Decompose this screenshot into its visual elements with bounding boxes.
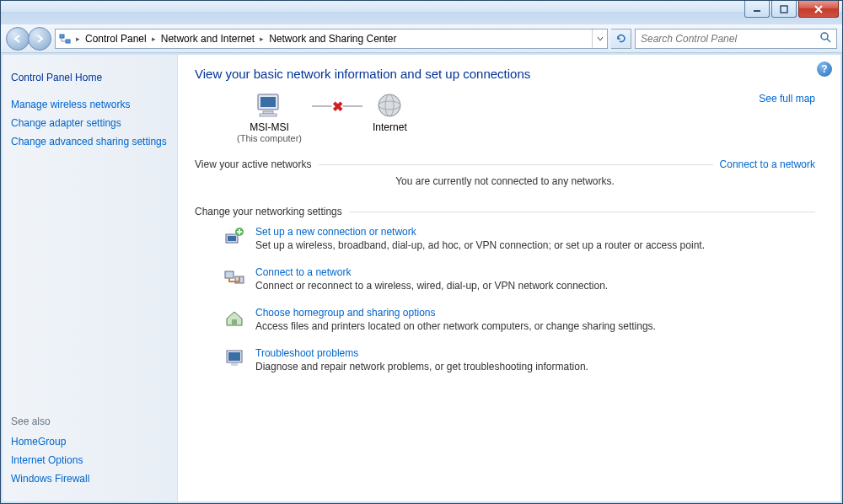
maximize-button[interactable]	[771, 1, 797, 18]
connect-network-icon	[223, 266, 245, 288]
svg-rect-2	[60, 35, 64, 38]
setup-connection-icon	[223, 226, 245, 248]
navbar: ▸ Control Panel ▸ Network and Internet ▸…	[1, 24, 842, 53]
task-link[interactable]: Choose homegroup and sharing options	[255, 307, 656, 319]
breadcrumb-item[interactable]: Network and Sharing Center	[266, 29, 400, 48]
task-connect-network: Connect to a network Connect or reconnec…	[195, 266, 815, 292]
chevron-right-icon: ▸	[258, 35, 266, 43]
task-description: Set up a wireless, broadband, dial-up, a…	[255, 239, 705, 251]
see-also: See also HomeGroup Internet Options Wind…	[11, 412, 169, 488]
svg-point-4	[821, 33, 828, 40]
divider	[349, 212, 815, 212]
sidebar: Control Panel Home Manage wireless netwo…	[3, 55, 178, 501]
svg-rect-13	[228, 236, 236, 241]
task-link[interactable]: Troubleshoot problems	[255, 347, 588, 359]
breadcrumb-item[interactable]: Control Panel	[82, 29, 150, 48]
network-icon	[56, 29, 74, 48]
connect-link[interactable]: Connect to a network	[720, 158, 815, 170]
sidebar-link[interactable]: Change adapter settings	[11, 114, 169, 132]
see-also-heading: See also	[11, 412, 169, 432]
svg-rect-20	[231, 363, 238, 366]
svg-rect-3	[66, 40, 70, 43]
svg-point-9	[379, 94, 400, 116]
task-troubleshoot: Troubleshoot problems Diagnose and repai…	[195, 347, 815, 373]
back-button[interactable]	[6, 27, 30, 51]
main-panel: ? View your basic network information an…	[178, 55, 840, 501]
this-computer-node: MSI-MSI (This computer)	[237, 93, 302, 143]
sidebar-link[interactable]: Change advanced sharing settings	[11, 132, 169, 151]
window: ▸ Control Panel ▸ Network and Internet ▸…	[0, 0, 843, 504]
see-also-link[interactable]: Windows Firewall	[11, 469, 169, 488]
chevron-right-icon: ▸	[74, 35, 82, 43]
svg-rect-15	[225, 271, 234, 278]
task-description: Connect or reconnect to a wireless, wire…	[255, 280, 608, 292]
see-also-link[interactable]: Internet Options	[11, 451, 169, 469]
nav-buttons	[6, 27, 51, 51]
node-label: MSI-MSI	[250, 121, 289, 133]
active-networks-row: View your active networks Connect to a n…	[195, 158, 815, 170]
chevron-right-icon: ▸	[150, 35, 158, 43]
forward-button[interactable]	[28, 27, 51, 51]
window-buttons	[744, 1, 839, 18]
search-box[interactable]	[635, 29, 837, 49]
node-label: Internet	[373, 121, 407, 133]
troubleshoot-icon	[223, 347, 245, 369]
svg-rect-8	[260, 114, 277, 116]
computer-icon	[255, 93, 285, 120]
close-button[interactable]	[798, 1, 839, 18]
titlebar	[1, 1, 842, 24]
disconnected-icon: ✖	[332, 99, 343, 115]
refresh-button[interactable]	[611, 29, 631, 49]
control-panel-home-link[interactable]: Control Panel Home	[11, 68, 169, 87]
connection-line: ✖	[312, 105, 362, 107]
settings-heading: Change your networking settings	[195, 206, 815, 217]
see-also-link[interactable]: HomeGroup	[11, 432, 169, 451]
breadcrumb-item[interactable]: Network and Internet	[158, 29, 258, 48]
content: Control Panel Home Manage wireless netwo…	[3, 55, 840, 501]
help-icon[interactable]: ?	[817, 62, 832, 77]
svg-rect-6	[260, 97, 276, 107]
internet-node: Internet	[373, 93, 407, 143]
breadcrumb: Control Panel ▸ Network and Internet ▸ N…	[82, 29, 400, 48]
minimize-button[interactable]	[744, 1, 770, 18]
task-link[interactable]: Set up a new connection or network	[255, 226, 705, 238]
svg-rect-17	[232, 319, 237, 325]
section-label: View your active networks	[195, 158, 312, 170]
address-bar[interactable]: ▸ Control Panel ▸ Network and Internet ▸…	[55, 29, 608, 49]
divider	[319, 164, 713, 165]
task-setup-connection: Set up a new connection or network Set u…	[195, 226, 815, 251]
svg-rect-19	[228, 352, 240, 361]
task-description: Diagnose and repair network problems, or…	[255, 361, 588, 373]
globe-icon	[374, 93, 405, 120]
svg-rect-1	[781, 6, 787, 13]
node-sublabel: (This computer)	[237, 133, 302, 143]
homegroup-icon	[223, 307, 245, 329]
svg-rect-0	[754, 10, 760, 12]
task-homegroup: Choose homegroup and sharing options Acc…	[195, 307, 815, 332]
search-icon[interactable]	[819, 31, 831, 46]
page-title: View your basic network information and …	[195, 67, 815, 81]
address-dropdown[interactable]	[592, 29, 607, 48]
active-networks-message: You are currently not connected to any n…	[195, 175, 815, 187]
sidebar-link[interactable]: Manage wireless networks	[11, 95, 169, 114]
network-map: MSI-MSI (This computer) ✖ Internet See f…	[195, 93, 815, 143]
search-input[interactable]	[641, 33, 819, 45]
see-full-map-link[interactable]: See full map	[759, 93, 815, 105]
section-label: Change your networking settings	[195, 206, 342, 217]
task-description: Access files and printers located on oth…	[255, 320, 656, 332]
task-link[interactable]: Connect to a network	[255, 266, 608, 278]
